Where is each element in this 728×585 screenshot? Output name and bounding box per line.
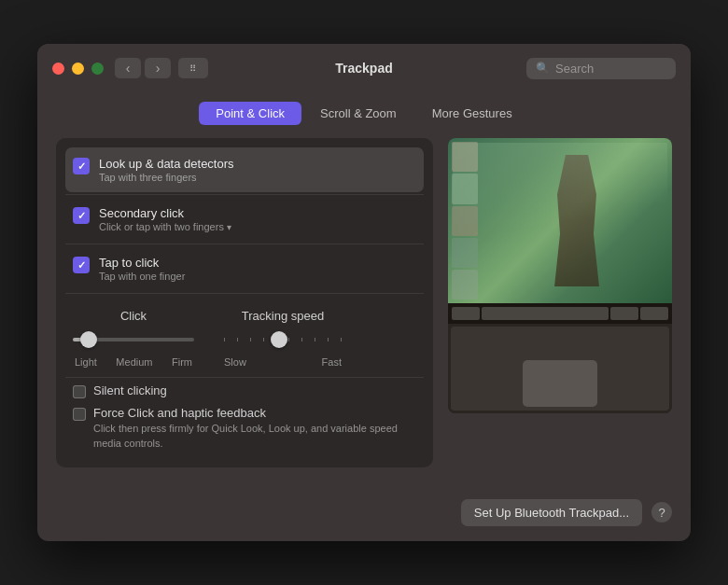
- lookup-subtitle: Tap with three fingers: [99, 172, 416, 183]
- tracking-slider-thumb[interactable]: [271, 331, 287, 348]
- tick-9: [328, 338, 329, 341]
- traffic-lights: [52, 63, 104, 75]
- tick-10: [341, 338, 342, 341]
- click-tick-light: Light: [75, 356, 97, 368]
- help-button[interactable]: ?: [651, 502, 672, 522]
- settings-panel: ✓ Look up & data detectors Tap with thre…: [56, 138, 433, 467]
- main-area: ✓ Look up & data detectors Tap with thre…: [56, 138, 672, 467]
- thumb-3: [452, 206, 478, 236]
- lookup-text: Look up & data detectors Tap with three …: [99, 157, 416, 183]
- divider-2: [65, 244, 424, 244]
- forward-button[interactable]: ›: [145, 58, 171, 78]
- checkbox-force[interactable]: [73, 408, 86, 421]
- checkbox-silent[interactable]: [73, 385, 86, 398]
- click-slider-label: Click: [73, 309, 194, 323]
- checkmark-secondary: ✓: [77, 210, 86, 222]
- click-slider-group: Click Light Medium Firm: [73, 309, 194, 368]
- silent-label: Silent clicking: [93, 383, 167, 397]
- footer: Set Up Bluetooth Trackpad... ?: [37, 486, 691, 541]
- search-input[interactable]: [555, 62, 666, 76]
- force-click-row: Force Click and haptic feedback Click th…: [73, 406, 416, 451]
- close-button[interactable]: [52, 63, 64, 75]
- trackpad-preview-image: [448, 138, 672, 413]
- tick-8: [315, 338, 315, 341]
- click-tick-medium: Medium: [116, 356, 152, 368]
- secondary-title: Secondary click: [99, 206, 416, 220]
- thumb-1: [452, 142, 478, 172]
- tracking-slider-group: Tracking speed: [222, 309, 343, 368]
- force-text: Force Click and haptic feedback Click th…: [93, 406, 416, 451]
- preview-bottom: [448, 303, 672, 413]
- tap-title: Tap to click: [99, 256, 416, 270]
- tap-subtitle: Tap with one finger: [99, 271, 416, 282]
- bottom-options: Silent clicking Force Click and haptic f…: [65, 380, 424, 458]
- tracking-tick-slow: Slow: [224, 356, 246, 368]
- toolbar-item-3: [610, 307, 638, 320]
- tick-2: [237, 338, 238, 341]
- click-tick-firm: Firm: [172, 356, 192, 368]
- setting-lookup: ✓ Look up & data detectors Tap with thre…: [65, 147, 424, 192]
- tab-point-click[interactable]: Point & Click: [199, 102, 301, 125]
- setting-tap-to-click: ✓ Tap to click Tap with one finger: [65, 246, 424, 291]
- thumbnail-strip: [452, 142, 478, 299]
- tracking-slider-label: Tracking speed: [222, 309, 343, 323]
- click-tick-labels: Light Medium Firm: [73, 356, 194, 368]
- preview-keyboard: [451, 327, 669, 411]
- back-button[interactable]: ‹: [115, 58, 141, 78]
- checkbox-tap[interactable]: ✓: [73, 257, 90, 273]
- preview-screen: [448, 138, 672, 303]
- setting-secondary-click: ✓ Secondary click Click or tap with two …: [65, 197, 424, 242]
- force-label: Force Click and haptic feedback: [93, 406, 416, 420]
- divider-1: [65, 194, 424, 195]
- sliders-section: Click Light Medium Firm: [65, 296, 424, 375]
- silent-clicking-row: Silent clicking: [73, 383, 416, 398]
- secondary-dropdown-arrow[interactable]: ▾: [227, 222, 231, 232]
- content: Point & Click Scroll & Zoom More Gesture…: [37, 92, 691, 486]
- tabs-bar: Point & Click Scroll & Zoom More Gesture…: [56, 102, 672, 125]
- tab-scroll-zoom[interactable]: Scroll & Zoom: [303, 102, 413, 125]
- checkbox-secondary[interactable]: ✓: [73, 207, 90, 224]
- divider-3: [65, 293, 424, 294]
- thumb-4: [452, 238, 478, 268]
- search-box: 🔍: [526, 58, 676, 79]
- toolbar-item-4: [640, 307, 668, 320]
- tick-4: [263, 338, 264, 341]
- preview-figure: [549, 155, 605, 287]
- toolbar-item-2: [482, 307, 609, 320]
- click-slider-thumb[interactable]: [80, 331, 97, 348]
- search-icon: 🔍: [536, 62, 550, 75]
- tracking-slider-container: [222, 330, 343, 349]
- silent-text: Silent clicking: [93, 383, 167, 397]
- preview-panel: [448, 138, 672, 467]
- maximize-button[interactable]: [91, 63, 104, 75]
- thumb-5: [452, 270, 478, 299]
- tap-text: Tap to click Tap with one finger: [99, 256, 416, 282]
- lookup-title: Look up & data detectors: [99, 157, 416, 171]
- force-desc: Click then press firmly for Quick Look, …: [93, 422, 416, 451]
- tick-3: [250, 338, 251, 341]
- tab-more-gestures[interactable]: More Gestures: [415, 102, 529, 125]
- setup-bluetooth-button[interactable]: Set Up Bluetooth Trackpad...: [461, 499, 642, 526]
- secondary-text: Secondary click Click or tap with two fi…: [99, 206, 416, 232]
- secondary-subtitle: Click or tap with two fingers ▾: [99, 221, 416, 232]
- thumb-2: [452, 174, 478, 203]
- tracking-tick-labels: Slow Fast: [222, 356, 343, 368]
- preview-trackpad-rect: [523, 360, 597, 407]
- titlebar: ‹ › ⠿ Trackpad 🔍: [37, 44, 691, 92]
- checkbox-lookup[interactable]: ✓: [73, 158, 90, 174]
- checkmark-tap: ✓: [77, 259, 86, 272]
- divider-4: [65, 377, 424, 378]
- minimize-button[interactable]: [72, 63, 84, 75]
- tick-6: [288, 338, 289, 341]
- tick-7: [301, 338, 302, 341]
- tick-1: [224, 338, 225, 341]
- checkmark-lookup: ✓: [77, 160, 86, 173]
- nav-buttons: ‹ ›: [115, 58, 171, 78]
- tracking-tick-fast: Fast: [322, 356, 342, 368]
- preview-toolbar: [448, 303, 672, 324]
- window-title: Trackpad: [335, 61, 392, 76]
- trackpad-window: ‹ › ⠿ Trackpad 🔍 Point & Click Scroll & …: [37, 44, 691, 541]
- toolbar-item-1: [452, 307, 480, 320]
- grid-button[interactable]: ⠿: [178, 58, 208, 78]
- click-slider-container: [73, 330, 194, 349]
